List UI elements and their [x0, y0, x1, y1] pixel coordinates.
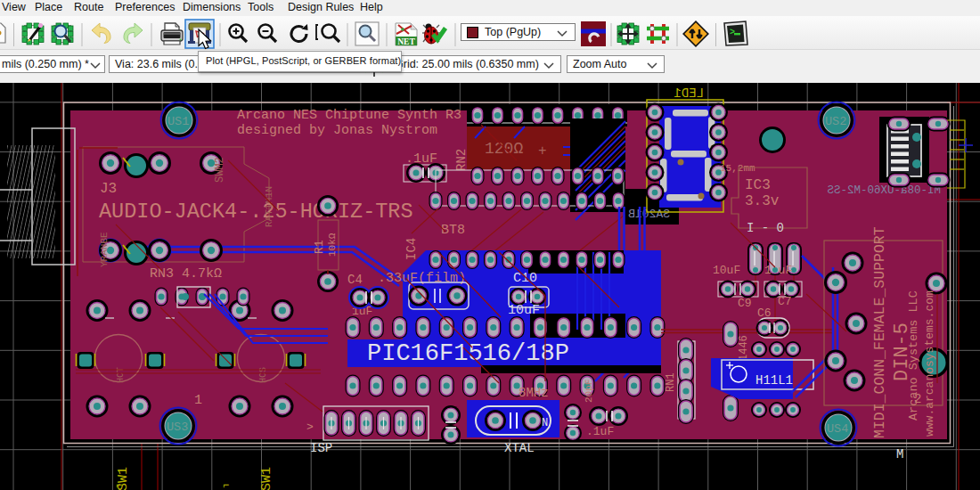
svg-text:US2: US2 — [825, 115, 846, 128]
svg-text:MSW1: MSW1 — [259, 467, 274, 490]
svg-text:www.arcanosystems.com: www.arcanosystems.com — [923, 290, 936, 437]
svg-text:3.3v: 3.3v — [745, 193, 780, 209]
svg-text:US1: US1 — [167, 115, 189, 128]
svg-text:H11L1: H11L1 — [755, 373, 793, 388]
svg-text:1446: 1446 — [738, 335, 750, 361]
svg-text:AUDIO-JACK4-.25-HORIZ-TRS: AUDIO-JACK4-.25-HORIZ-TRS — [99, 200, 413, 224]
svg-text:N: N — [542, 417, 548, 429]
svg-text:US3: US3 — [167, 421, 188, 434]
svg-text:C7: C7 — [778, 295, 792, 308]
svg-text:RN2: RN2 — [454, 149, 469, 171]
svg-text:MIDI_CONN_FEMALE_SUPPORT: MIDI_CONN_FEMALE_SUPPORT — [871, 226, 888, 438]
svg-text:Arcano NES Chiptune Synth R3: Arcano NES Chiptune Synth R3 — [237, 108, 461, 123]
svg-text:8MHz: 8MHz — [519, 386, 549, 400]
svg-text:IC4: IC4 — [404, 238, 419, 260]
svg-text:US4: US4 — [827, 422, 848, 436]
svg-text:20pF: 20pF — [584, 380, 594, 403]
svg-text:RAT1M1N: RAT1M1N — [264, 186, 274, 227]
svg-text:M: M — [896, 447, 903, 461]
svg-text:SA201B: SA201B — [628, 208, 670, 221]
svg-text:1 uF: 1 uF — [764, 264, 792, 277]
svg-text:SWM2: SWM2 — [214, 157, 226, 183]
svg-text:LED1: LED1 — [674, 86, 704, 101]
svg-text:.1uF: .1uF — [586, 425, 614, 438]
svg-text:10uF: 10uF — [713, 264, 740, 277]
svg-text:C9: C9 — [738, 297, 752, 310]
svg-text:.33uF(film): .33uF(film) — [378, 271, 466, 286]
svg-text:IC3: IC3 — [745, 177, 771, 193]
svg-text:ISP: ISP — [310, 441, 332, 455]
svg-text:XTAL: XTAL — [504, 441, 535, 455]
svg-text:J3: J3 — [100, 181, 117, 197]
svg-text:⌐: ⌐ — [223, 479, 229, 490]
svg-text:15,2mm: 15,2mm — [720, 163, 755, 174]
svg-text:C10: C10 — [513, 271, 537, 286]
svg-text:C4: C4 — [347, 273, 363, 287]
svg-text:NET: NET — [397, 37, 415, 46]
svg-text:I - 0: I - 0 — [747, 221, 784, 235]
svg-text:PIC16F1516/18P: PIC16F1516/18P — [367, 340, 569, 367]
svg-text:10kΩ: 10kΩ — [327, 233, 338, 257]
svg-text:2: 2 — [914, 392, 921, 406]
svg-text:10uF: 10uF — [508, 303, 540, 318]
svg-text:>: > — [306, 421, 314, 434]
svg-text:1: 1 — [194, 393, 202, 408]
svg-text:YRANBE: YRANBE — [99, 232, 110, 267]
svg-text:⌐: ⌐ — [116, 479, 122, 490]
svg-text:+: + — [538, 143, 547, 159]
svg-text:120Ω: 120Ω — [485, 140, 523, 158]
svg-text:R1: R1 — [313, 240, 326, 254]
svg-text:RN1: RN1 — [665, 372, 677, 392]
svg-text:MI-08a-UX60-M2-SS: MI-08a-UX60-M2-SS — [827, 184, 941, 197]
svg-text:>: > — [730, 28, 735, 37]
svg-text:designed by Jonas Nystrom: designed by Jonas Nystrom — [237, 123, 437, 138]
